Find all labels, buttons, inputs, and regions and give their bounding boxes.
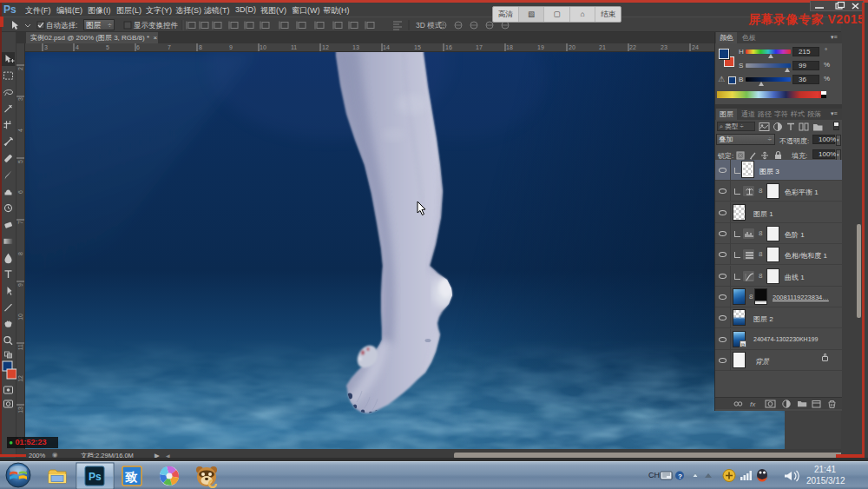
svg-text:fx: fx bbox=[750, 400, 756, 408]
svg-text:致: 致 bbox=[125, 470, 138, 484]
svg-text:Ps: Ps bbox=[89, 471, 102, 483]
svg-text:?: ? bbox=[678, 472, 682, 480]
